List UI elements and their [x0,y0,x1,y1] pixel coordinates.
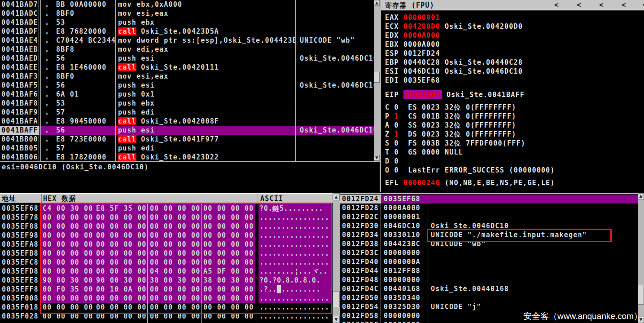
disasm-bytes: E8 723E0000 [56,135,115,144]
stack-row[interactable]: 0012FD2C00000001 [340,212,638,221]
stack-value: 00000000 [384,311,421,320]
scroll-up-icon[interactable]: ▲ [638,193,644,199]
disasm-row[interactable]: 0041BADE.53push ebx [0,18,374,27]
disasm-row[interactable]: 0041BB00.E8 723E0000call Oski_Ste.0041F9… [0,135,374,144]
column-divider[interactable] [295,0,296,161]
flag-row[interactable]: T 0 GS 0000 NULL [385,148,463,157]
register-row[interactable]: EBP 00440C28 Oski_Ste.00440C28 [385,58,523,67]
disasm-row[interactable]: 0041BAF6.6A 01push 0x1 [0,90,374,99]
stack-row[interactable]: 0012FD4800000000 [340,275,638,284]
register-name: EBX [385,40,399,49]
disasm-row[interactable]: 0041BADF.E8 76820000call Oski_Ste.00423D… [0,27,374,36]
register-value: 0000A000 [399,40,440,49]
dump-address: 0035F028 [2,312,39,321]
flag-row[interactable]: P 1 CS 001B 32位 0(FFFFFFFF) [385,112,516,121]
scroll-up-icon[interactable]: ▲ [374,0,380,6]
register-row-eip[interactable]: EIP 0041BAFF Oski_Ste.0041BAFF [385,90,525,99]
disasm-row[interactable]: 0041BAF8.53push ebx [0,99,374,108]
column-divider[interactable] [39,0,39,161]
registers-header: 寄存器 (FPU) <<<<< [381,0,644,11]
disasm-row[interactable]: 0041BAFA.E8 90450000call Oski_Ste.004200… [0,117,374,126]
stack-row[interactable]: 0012FD4C00440168Oski_Ste.00440168 [340,284,638,293]
stack-value: 00000000 [384,275,421,284]
register-row[interactable]: EBX 0000A000 [385,40,440,49]
analysis-dot: . [45,27,49,36]
disasm-row[interactable]: 0041BAF9.57push edi [0,108,374,117]
flag-row[interactable]: A 0 SS 0023 32位 0(FFFFFFFF) [385,121,516,130]
register-row[interactable]: EDX 0000A000 [385,31,440,40]
instruction-segment: push [118,99,141,107]
analysis-dot: . [45,99,49,108]
scrollbar-thumb[interactable] [333,291,340,307]
stack-row[interactable]: 0012FD500035D340 [340,293,638,302]
dump-scrollbar[interactable]: ▲ ▼ [333,193,340,323]
disasm-row[interactable]: 0041BAFF.56push esiOski_Ste.0046DC10 [0,126,374,135]
disasm-row[interactable]: 0041BB05.57push edi [0,144,374,153]
flag-row[interactable]: Z 1 DS 0023 32位 0(FFFFFFFF) [385,130,516,139]
instruction-segment: mov [118,0,136,9]
instruction-segment: eax [155,45,169,53]
scroll-down-icon[interactable]: ▼ [374,155,380,161]
disasm-row[interactable]: 0041BADC.8BF0mov esi,eax [0,9,374,18]
stack-value: 00330110 [384,230,421,239]
flag-row[interactable]: C 0 ES 0023 32位 0(FFFFFFFF) [385,103,516,112]
flag-value: 1 [390,130,399,138]
scrollbar-thumb[interactable] [638,285,644,305]
disasm-row[interactable]: 0041BAED.56push esiOski_Ste.0046DC10 [0,54,374,63]
register-row[interactable]: ESI 0046DC10 Oski_Ste.0046DC10 [385,67,523,76]
disasm-row[interactable]: 0041BAF5.56push esiOski_Ste.0046DC10 [0,81,374,90]
collapse-icon[interactable]: < [577,0,581,9]
disasm-row[interactable]: 0041BAEE.E8 1E460000call Oski_Ste.004201… [0,63,374,72]
instruction-segment: , [150,45,155,53]
disasm-row[interactable]: 0041BAF3.8BF0mov esi,eax [0,72,374,81]
scroll-up-icon[interactable]: ▲ [333,193,340,200]
disasm-bytes: C70424 BC2344 [56,36,115,45]
scrollbar-thumb[interactable] [374,72,380,83]
register-row[interactable]: ECX 004200D0 Oski_Ste.004200D0 [385,22,523,31]
flag-row[interactable]: S 0 FS 003B 32位 7FFDF000(FFF) [385,139,526,148]
disasm-row[interactable]: 0041BB06.E8 17820000call Oski_Ste.00423D… [0,153,374,161]
flag-row[interactable]: D 0 [385,157,399,166]
instruction-segment: Oski_Ste.00423D5A [136,27,219,35]
disasm-row[interactable]: 0041BAD7.BB 00A00000mov ebx,0xA000 [0,0,374,9]
collapse-icon[interactable]: < [622,0,626,9]
column-divider[interactable] [40,0,41,161]
analysis-dot: . [45,117,49,126]
flag-row[interactable]: O 0 LastErr ERROR_SUCCESS (00000000) [385,166,555,175]
stack-value: 00000001 [384,212,421,221]
disasm-row[interactable]: 0041BAE4.C70424 BC2344mov dword ptr ss:[… [0,36,374,45]
stack-scrollbar[interactable]: ▲ ▼ [638,193,644,323]
eflags-row[interactable]: EFL 00000246 (NO,NB,E,BE,NS,PE,GE,LE) [385,178,555,187]
stack-row[interactable]: 0012FD280000A000 [340,204,638,212]
collapse-icon[interactable]: < [554,0,559,9]
stack-row[interactable]: 0012FD240035EF68 [340,195,638,204]
column-divider[interactable] [115,0,116,161]
stack-row[interactable]: 0012FD400000000A [340,257,638,266]
scroll-down-icon[interactable]: ▼ [638,317,644,323]
flag-value: 0 [390,157,399,165]
dump-header-ascii: ASCII [260,194,283,203]
register-name: EIP [385,91,399,99]
segment-info: GS 0000 NULL [399,148,463,156]
segment-info: CS 001B 32位 0(FFFFFFFF) [399,112,517,120]
flag-value: 0 [390,166,399,174]
register-row[interactable]: EDI 0035EF68 [385,76,440,85]
disasm-row[interactable]: 0041BAEB.8BF8mov edi,eax [0,45,374,54]
analysis-dot: . [45,54,49,63]
stack-value: 0035D340 [384,293,421,302]
disasm-address: 0041BADC [1,9,39,18]
instruction-segment: call [118,117,136,125]
register-row[interactable]: ESP 0012FD24 [385,49,440,58]
instruction-segment: mov [118,36,136,44]
header-divider [41,194,42,204]
disassembly-rows: 0041BAD7.BB 00A00000mov ebx,0xA0000041BA… [0,0,374,161]
stack-row[interactable]: 0012FD440012FF88 [340,266,638,275]
stack-row[interactable]: 0012FD3C00000000 [340,248,638,257]
dump-header: 地址 HEX 数据 ASCII [0,193,333,203]
register-name: EAX [385,13,399,22]
register-row[interactable]: EAX 00000001 [385,13,440,22]
disassembly-scrollbar[interactable]: ▲ ▼ [374,0,380,161]
collapse-icon[interactable]: < [599,0,604,9]
stack-row[interactable]: 0012FD5400325D30UNICODE "j" [340,302,638,311]
scroll-down-icon[interactable]: ▼ [333,316,340,323]
